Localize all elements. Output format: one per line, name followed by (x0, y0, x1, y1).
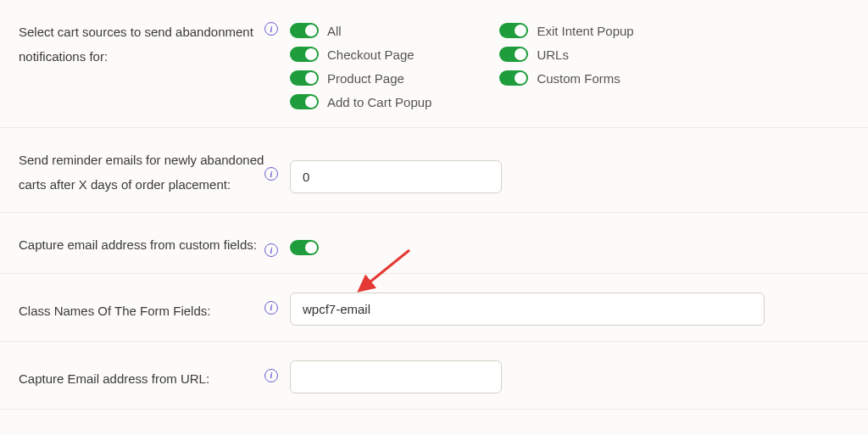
toggle-exit-intent: Exit Intent Popup (499, 20, 633, 41)
toggle-label: Add to Cart Popup (327, 95, 431, 109)
info-col: i (264, 15, 290, 36)
capture-custom-row: Capture email address from custom fields… (0, 213, 868, 274)
reminder-days-input[interactable] (290, 160, 502, 193)
toggle-label: URLs (537, 47, 569, 62)
toggle-label: Custom Forms (537, 71, 620, 86)
toggle-checkout-page: Checkout Page (290, 44, 431, 64)
toggle-custom-forms: Custom Forms (499, 68, 633, 88)
capture-custom-control (290, 228, 849, 255)
capture-custom-label: Capture email address from custom fields… (19, 228, 264, 258)
class-names-control (290, 289, 849, 326)
toggle-column-1: All Checkout Page Product Page Add to Ca… (290, 20, 431, 112)
info-icon[interactable]: i (264, 167, 278, 181)
class-names-input[interactable] (290, 293, 765, 326)
toggle-exitintent-switch[interactable] (499, 23, 528, 38)
toggle-all: All (290, 20, 431, 41)
capture-custom-switch[interactable] (290, 240, 319, 255)
info-icon[interactable]: i (264, 301, 278, 315)
class-names-label: Class Names Of The Form Fields: (19, 289, 264, 324)
info-col: i (264, 357, 290, 382)
toggle-addtocart-switch[interactable] (290, 94, 319, 109)
toggle-label: Checkout Page (327, 47, 415, 62)
toggle-urls-switch[interactable] (499, 47, 528, 62)
toggle-checkout-switch[interactable] (290, 47, 319, 62)
toggle-add-to-cart: Add to Cart Popup (290, 92, 431, 112)
toggle-grid: All Checkout Page Product Page Add to Ca… (290, 19, 849, 112)
capture-url-control (290, 357, 849, 393)
toggle-product-switch[interactable] (290, 70, 319, 86)
reminder-days-control (290, 143, 849, 193)
cart-sources-row: Select cart sources to send abandonment … (0, 0, 868, 128)
toggle-customforms-switch[interactable] (499, 70, 528, 86)
toggle-column-2: Exit Intent Popup URLs Custom Forms (499, 20, 633, 112)
reminder-days-label: Send reminder emails for newly abandoned… (19, 143, 264, 197)
info-icon[interactable]: i (264, 243, 278, 257)
info-icon[interactable]: i (264, 369, 278, 382)
toggle-urls: URLs (499, 44, 633, 64)
toggle-label: All (327, 24, 342, 38)
class-names-row: Class Names Of The Form Fields: i (0, 274, 868, 342)
toggle-label: Product Page (327, 71, 404, 86)
info-col: i (264, 228, 290, 257)
info-col: i (264, 143, 290, 181)
reminder-days-row: Send reminder emails for newly abandoned… (0, 128, 868, 213)
capture-url-row: Capture Email address from URL: i (0, 342, 868, 410)
toggle-product-page: Product Page (290, 68, 431, 88)
capture-url-label: Capture Email address from URL: (19, 357, 264, 392)
toggle-all-switch[interactable] (290, 23, 319, 38)
capture-url-input[interactable] (290, 360, 502, 393)
info-icon[interactable]: i (264, 22, 278, 36)
cart-sources-label: Select cart sources to send abandonment … (19, 15, 264, 69)
cart-sources-controls: All Checkout Page Product Page Add to Ca… (290, 15, 849, 112)
info-col: i (264, 289, 290, 315)
toggle-label: Exit Intent Popup (537, 24, 633, 38)
